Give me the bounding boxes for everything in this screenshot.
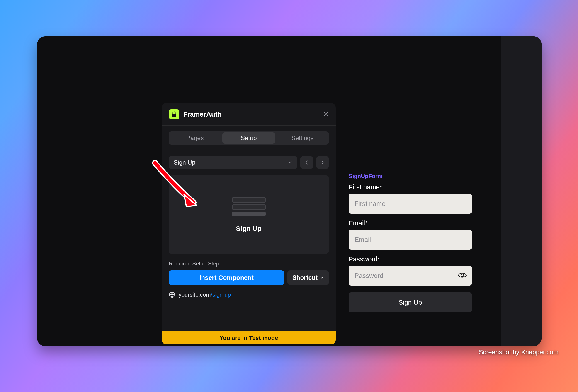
- email-label: Email*: [349, 220, 472, 227]
- toggle-password-visibility[interactable]: [458, 272, 467, 280]
- form-preview-icon: [232, 197, 266, 216]
- select-row: Sign Up: [169, 156, 329, 169]
- svg-rect-0: [172, 114, 176, 117]
- lock-icon: [171, 111, 177, 118]
- url-slug[interactable]: /sign-up: [211, 291, 231, 298]
- url-row: yoursite.com/sign-up: [169, 291, 329, 298]
- canvas-inspector-strip: [501, 37, 541, 346]
- chevron-down-icon: [288, 160, 292, 164]
- preview-card: Sign Up: [169, 175, 329, 254]
- panel-header: FramerAuth: [162, 103, 336, 126]
- tabs-row: Pages Setup Settings: [162, 126, 336, 150]
- component-select[interactable]: Sign Up: [169, 156, 297, 169]
- email-input[interactable]: [349, 230, 472, 250]
- signup-form-component: SignUpForm First name* Email* Password* …: [349, 173, 472, 312]
- framerauth-panel: FramerAuth Pages Setup Settings Sign Up: [162, 103, 336, 345]
- globe-icon: [169, 291, 175, 298]
- svg-point-2: [461, 274, 464, 276]
- component-name-badge: SignUpForm: [349, 173, 472, 179]
- actions-row: Insert Component Shortcut: [169, 271, 329, 285]
- signup-submit-button[interactable]: Sign Up: [349, 292, 472, 312]
- shortcut-button[interactable]: Shortcut: [288, 271, 329, 285]
- insert-component-button[interactable]: Insert Component: [169, 271, 284, 285]
- panel-title: FramerAuth: [183, 111, 222, 118]
- first-name-label: First name*: [349, 184, 472, 191]
- eye-icon: [458, 272, 467, 279]
- tab-pages[interactable]: Pages: [169, 131, 221, 145]
- tab-setup[interactable]: Setup: [222, 132, 275, 144]
- framerauth-logo: [169, 109, 179, 119]
- prev-button[interactable]: [300, 156, 313, 169]
- chevron-down-icon: [320, 276, 324, 280]
- select-value: Sign Up: [174, 159, 195, 166]
- app-window: FramerAuth Pages Setup Settings Sign Up: [37, 37, 541, 346]
- panel-body: Sign Up: [162, 150, 336, 345]
- close-button[interactable]: [324, 111, 329, 118]
- next-button[interactable]: [316, 156, 329, 169]
- password-input[interactable]: [349, 266, 472, 286]
- chevron-left-icon: [305, 160, 308, 165]
- close-icon: [324, 112, 329, 117]
- password-label: Password*: [349, 256, 472, 263]
- chevron-right-icon: [321, 160, 324, 165]
- tabs: Pages Setup Settings: [169, 131, 329, 145]
- url-base: yoursite.com: [179, 291, 211, 298]
- preview-title: Sign Up: [236, 225, 262, 233]
- screenshot-credit: Screenshot by Xnapper.com: [479, 349, 559, 356]
- first-name-input[interactable]: [349, 194, 472, 214]
- test-mode-banner: You are in Test mode: [162, 331, 336, 345]
- tab-settings[interactable]: Settings: [276, 131, 329, 145]
- required-step-label: Required Setup Step: [169, 261, 329, 267]
- shortcut-label: Shortcut: [292, 274, 318, 281]
